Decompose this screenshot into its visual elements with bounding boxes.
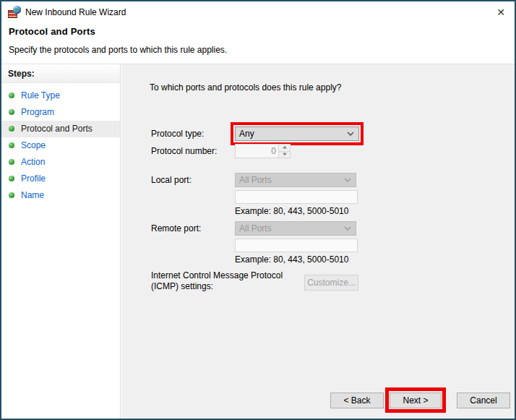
green-bullet-icon (9, 159, 14, 165)
chevron-down-icon (347, 132, 354, 136)
remote-port-value: All Ports (239, 223, 272, 233)
protocol-type-dropdown[interactable]: Any (235, 127, 359, 141)
window-title: New Inbound Rule Wizard (25, 7, 126, 17)
sidebar-step-rule-type[interactable]: Rule Type (1, 87, 120, 104)
cancel-button[interactable]: Cancel (457, 393, 510, 408)
local-port-label: Local port: (151, 173, 192, 187)
title-bar: New Inbound Rule Wizard ✕ (1, 1, 515, 23)
customize-button: Customize... (304, 275, 358, 291)
icmp-label: Internet Control Message Protocol (ICMP)… (151, 270, 283, 292)
spinner-buttons (278, 145, 290, 158)
step-label: Program (21, 107, 54, 117)
remote-port-label: Remote port: (151, 221, 201, 236)
close-button[interactable]: ✕ (494, 5, 508, 20)
remote-port-dropdown: All Ports (235, 221, 356, 236)
spinner-up-button (279, 145, 290, 151)
step-label: Action (21, 157, 45, 167)
spinner-down-button (279, 151, 290, 158)
main-panel: To which ports and protocols does this r… (121, 64, 515, 419)
protocol-number-spinner: 0 (235, 144, 291, 158)
question-text: To which ports and protocols does this r… (150, 80, 341, 95)
sidebar-step-profile[interactable]: Profile (1, 171, 120, 187)
wizard-window: New Inbound Rule Wizard ✕ Protocol and P… (0, 0, 516, 420)
green-bullet-icon (9, 142, 14, 148)
green-bullet-icon (9, 109, 14, 115)
step-label: Scope (21, 140, 46, 150)
globe-icon (13, 6, 21, 14)
remote-port-input (235, 239, 358, 252)
step-label: Name (21, 190, 44, 200)
local-port-input (235, 190, 358, 204)
back-button[interactable]: < Back (330, 393, 384, 408)
sidebar-step-protocol-and-ports[interactable]: Protocol and Ports (1, 121, 120, 137)
triangle-down-icon (283, 153, 287, 158)
page-title: Protocol and Ports (9, 26, 95, 37)
green-bullet-icon (9, 192, 14, 198)
sidebar-step-name[interactable]: Name (1, 187, 120, 204)
close-icon: ✕ (496, 7, 505, 18)
icmp-label-line1: Internet Control Message Protocol (151, 270, 283, 281)
step-label: Profile (21, 173, 46, 184)
protocol-type-label: Protocol type: (151, 127, 204, 141)
protocol-number-label: Protocol number: (151, 144, 217, 158)
steps-list: Rule TypeProgramProtocol and PortsScopeA… (1, 87, 120, 204)
icmp-label-line2: (ICMP) settings: (151, 281, 283, 292)
steps-sidebar: Steps: Rule TypeProgramProtocol and Port… (1, 64, 121, 419)
remote-port-example: Example: 80, 443, 5000-5010 (235, 254, 348, 265)
chevron-down-icon (344, 226, 351, 231)
green-bullet-icon (9, 126, 14, 132)
green-bullet-icon (9, 93, 14, 98)
steps-header: Steps: (1, 64, 120, 83)
chevron-down-icon (344, 178, 351, 182)
green-bullet-icon (9, 176, 14, 181)
sidebar-step-scope[interactable]: Scope (1, 137, 120, 154)
step-label: Rule Type (21, 90, 60, 100)
local-port-example: Example: 80, 443, 5000-5010 (235, 206, 348, 216)
protocol-type-value: Any (239, 129, 254, 139)
step-label: Protocol and Ports (21, 124, 93, 134)
next-button[interactable]: Next > (390, 393, 442, 408)
page-subtitle: Specify the protocols and ports to which… (9, 45, 227, 55)
firewall-app-icon (8, 6, 21, 19)
sidebar-step-action[interactable]: Action (1, 154, 120, 171)
sidebar-step-program[interactable]: Program (1, 104, 120, 121)
local-port-dropdown: All Ports (235, 173, 356, 187)
triangle-up-icon (283, 144, 287, 149)
local-port-value: All Ports (239, 175, 272, 185)
protocol-number-value: 0 (236, 145, 278, 158)
